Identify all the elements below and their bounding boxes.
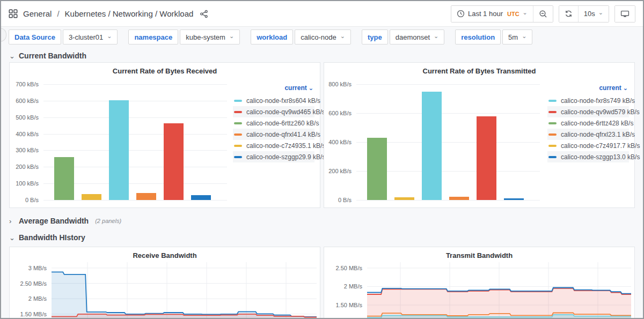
kiosk-mode-button[interactable]: [615, 6, 635, 22]
breadcrumb-separator: /: [57, 9, 59, 18]
legend-sort-current[interactable]: current⌄: [233, 83, 314, 95]
gridline: [356, 113, 540, 114]
panel-title[interactable]: Current Rate of Bytes Transmitted: [324, 67, 634, 75]
time-range-label: Last 1 hour: [468, 10, 503, 18]
legend-color-swatch: [548, 111, 557, 113]
legend-color-swatch: [234, 111, 242, 113]
gridline: [43, 101, 227, 101]
monitor-icon: [620, 10, 630, 18]
refresh-interval-label: 10s: [584, 10, 595, 18]
legend-color-swatch: [234, 156, 242, 158]
chevron-down-icon: ⌄: [434, 33, 438, 39]
row-header-average-bandwidth[interactable]: › Average Bandwidth (2 panels): [5, 214, 639, 227]
zoom-out-button[interactable]: [533, 6, 553, 22]
legend-item-calico-node-qv9wd[interactable]: calico-node-qv9wd465 kB/s: [233, 106, 314, 117]
legend-item-calico-node-c7z49[interactable]: calico-node-c7z4917.7 kB/s: [547, 140, 629, 151]
bar-calico-node-qfrxl: [449, 197, 469, 200]
legend-item-calico-node-qfrxl[interactable]: calico-node-qfrxl23.1 kB/s: [547, 129, 629, 140]
panel-title[interactable]: Current Rate of Bytes Received: [10, 67, 320, 75]
variable-value-dropdown[interactable]: 5m⌄: [502, 29, 532, 44]
y-axis-tick: 200 kB/s: [1, 164, 39, 170]
breadcrumb-dashboard[interactable]: Kubernetes / Networking / Workload: [65, 9, 194, 18]
row-header-current-bandwidth[interactable]: ⌄ Current Bandwidth: [5, 49, 639, 62]
bar-calico-node-qv9wd: [164, 123, 184, 200]
panel-title[interactable]: Receive Bandwidth: [10, 251, 320, 259]
legend-item-calico-node-c7z49[interactable]: calico-node-c7z4935.1 kB/s: [233, 140, 314, 151]
variable-label: Data Source: [9, 29, 61, 44]
gridline: [43, 150, 227, 151]
legend: current⌄ calico-node-fxr8s749 kB/scalico…: [547, 83, 629, 162]
y-axis-tick: 500 kB/s: [1, 114, 39, 121]
y-axis-tick: 400 kB/s: [1, 131, 39, 137]
gridline: [356, 84, 540, 85]
y-axis-tick: 0 B/s: [1, 197, 39, 203]
legend-item-calico-node-qv9wd[interactable]: calico-node-qv9wd579 kB/s: [547, 106, 629, 117]
variable-label: type: [362, 29, 388, 44]
share-icon[interactable]: [200, 10, 208, 18]
legend-color-swatch: [548, 156, 557, 158]
legend-item-calico-node-6rttz[interactable]: calico-node-6rttz428 kB/s: [547, 117, 629, 129]
time-series-chart: [324, 262, 635, 319]
legend-color-swatch: [548, 122, 557, 124]
legend-item-calico-node-fxr8s[interactable]: calico-node-fxr8s749 kB/s: [547, 95, 629, 106]
bar-calico-node-c7z49: [82, 194, 101, 200]
bar-calico-node-fxr8s: [109, 100, 129, 200]
gridline: [43, 117, 227, 118]
grafana-dashboard: { "nav": { "breadcrumb": { "folder": "Ge…: [0, 0, 644, 319]
zoom-out-icon: [539, 10, 547, 18]
y-axis-tick: 700 kB/s: [1, 81, 39, 87]
row-title: Average Bandwidth: [19, 217, 89, 225]
bar-calico-node-qv9wd: [477, 116, 496, 200]
legend-sort-current[interactable]: current⌄: [547, 83, 629, 95]
variable-label: namespace: [128, 29, 178, 44]
panel-current-rate-bytes-transmitted: Current Rate of Bytes Transmitted 0 B/s2…: [324, 62, 635, 208]
time-range-picker[interactable]: Last 1 hour UTC ⌄: [451, 6, 533, 22]
legend-color-swatch: [548, 133, 557, 136]
bar-calico-node-szggp: [504, 198, 524, 201]
y-axis-tick: 800 kB/s: [314, 81, 352, 87]
bar-calico-node-6rttz: [367, 138, 387, 200]
legend: current⌄ calico-node-fxr8s604 kB/scalico…: [233, 83, 314, 162]
chevron-down-icon: ⌄: [623, 85, 628, 91]
refresh-interval-dropdown[interactable]: 10s ⌄: [578, 6, 609, 22]
gridline: [43, 84, 227, 85]
bar-calico-node-qfrxl: [136, 193, 156, 200]
chevron-down-icon: ⌄: [523, 10, 528, 16]
panel-receive-bandwidth: Receive Bandwidth 3 MB/s2.50 MB/s2 MB/s1…: [9, 247, 320, 319]
variable-workload: workloadcalico-node⌄: [251, 29, 351, 44]
top-navbar: General / Kubernetes / Networking / Work…: [1, 1, 643, 27]
legend-item-calico-node-szggp[interactable]: calico-node-szggp29.9 kB/s: [233, 151, 314, 162]
variable-label: workload: [251, 29, 293, 44]
variable-data-source: Data Source3-cluster01⌄: [9, 29, 118, 44]
row-title: Bandwidth HIstory: [19, 233, 85, 242]
breadcrumb-folder[interactable]: General: [23, 9, 52, 18]
chevron-down-icon: ⌄: [229, 33, 234, 39]
chevron-down-icon: ⌄: [340, 33, 345, 39]
legend-item-calico-node-qfrxl[interactable]: calico-node-qfrxl41.4 kB/s: [233, 129, 314, 140]
legend-color-swatch: [234, 145, 242, 147]
bar-chart-received: 0 B/s100 kB/s200 kB/s300 kB/s400 kB/s500…: [43, 84, 227, 200]
variable-value-dropdown[interactable]: daemonset⌄: [390, 29, 445, 44]
legend-item-calico-node-fxr8s[interactable]: calico-node-fxr8s604 kB/s: [233, 95, 314, 106]
variable-value-dropdown[interactable]: calico-node⌄: [295, 29, 351, 44]
y-axis-tick: 100 kB/s: [1, 180, 39, 187]
chevron-down-icon: ⌄: [309, 85, 313, 91]
row-header-bandwidth-history[interactable]: ⌄ Bandwidth HIstory: [5, 231, 639, 244]
template-variables-bar: Data Source3-cluster01⌄namespacekube-sys…: [1, 27, 643, 48]
gridline: [43, 134, 227, 135]
refresh-icon: [565, 10, 573, 18]
panel-title[interactable]: Transmit Bandwidth: [324, 251, 634, 259]
refresh-button[interactable]: [559, 6, 578, 22]
legend-color-swatch: [234, 100, 242, 102]
chevron-right-icon: ›: [9, 217, 14, 225]
legend-item-calico-node-szggp[interactable]: calico-node-szggp13.0 kB/s: [547, 151, 629, 162]
legend-item-calico-node-6rttz[interactable]: calico-node-6rttz260 kB/s: [233, 117, 314, 129]
apps-grid-icon[interactable]: [9, 9, 18, 18]
variable-value-dropdown[interactable]: 3-cluster01⌄: [63, 29, 118, 44]
variable-label: resolution: [455, 29, 501, 44]
variable-namespace: namespacekube-system⌄: [128, 29, 240, 44]
variable-type: typedaemonset⌄: [362, 29, 444, 44]
chevron-down-icon: ⌄: [522, 33, 526, 39]
variable-value-dropdown[interactable]: kube-system⌄: [180, 29, 240, 44]
y-axis-tick: 300 kB/s: [1, 147, 39, 153]
